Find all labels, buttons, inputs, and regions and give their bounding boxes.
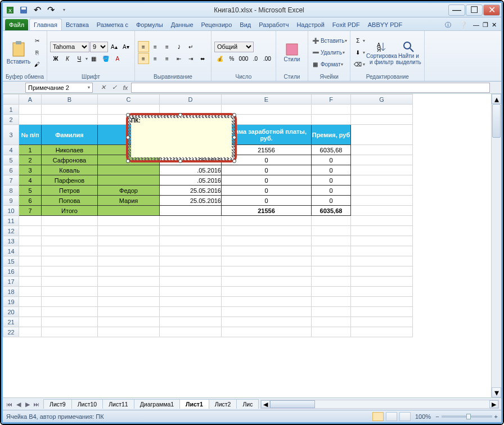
- table-header[interactable]: Фамилия: [42, 125, 98, 145]
- wrap-text-icon[interactable]: ↵: [185, 41, 196, 52]
- tab-data[interactable]: Данные: [167, 19, 197, 30]
- col-header[interactable]: C: [98, 94, 160, 105]
- autosum-icon[interactable]: Σ: [353, 37, 362, 46]
- qat-menu-icon[interactable]: ▾: [58, 4, 70, 16]
- format-painter-icon[interactable]: 🖌: [33, 60, 42, 69]
- normal-view-icon[interactable]: [372, 412, 384, 421]
- row-header[interactable]: 2: [3, 115, 19, 125]
- tab-developer[interactable]: Разработч: [255, 19, 292, 30]
- row-header[interactable]: 3: [3, 125, 19, 145]
- increase-decimal-icon[interactable]: .0: [250, 53, 261, 64]
- bold-icon[interactable]: Ж: [50, 53, 61, 64]
- font-name-select[interactable]: Tahoma: [50, 42, 89, 52]
- scroll-right-icon[interactable]: ▶: [489, 400, 498, 408]
- percent-icon[interactable]: %: [226, 53, 237, 64]
- number-format-select[interactable]: Общий: [214, 42, 254, 52]
- excel-icon[interactable]: X: [4, 4, 16, 16]
- border-icon[interactable]: ▦: [88, 53, 100, 64]
- fill-color-icon[interactable]: 🪣: [100, 53, 111, 64]
- save-icon[interactable]: [17, 4, 30, 16]
- cut-icon[interactable]: ✂: [33, 37, 42, 46]
- tab-insert[interactable]: Вставка: [62, 19, 93, 30]
- formula-input[interactable]: [131, 83, 490, 93]
- enter-fx-icon[interactable]: ✓: [109, 83, 120, 93]
- table-header[interactable]: Сумма заработной платы, руб.: [222, 125, 312, 145]
- tab-home[interactable]: Главная: [29, 19, 62, 30]
- tab-nav-last-icon[interactable]: ⏭: [32, 400, 41, 409]
- col-header[interactable]: E: [222, 94, 312, 105]
- comment-box[interactable]: ПК:: [131, 117, 232, 124]
- merge-icon[interactable]: ⬌: [197, 53, 208, 64]
- sheet-tab[interactable]: Диаграмма1: [134, 399, 180, 409]
- sheet-tab[interactable]: Лист9: [43, 399, 72, 409]
- decrease-font-icon[interactable]: A▾: [120, 41, 132, 52]
- align-left-icon[interactable]: ≡: [138, 53, 149, 64]
- zoom-in-icon[interactable]: +: [494, 413, 498, 420]
- table-header[interactable]: Дата: [160, 125, 222, 145]
- name-box[interactable]: Примечание 2▾: [25, 83, 93, 93]
- hscroll-thumb[interactable]: [270, 400, 315, 408]
- maximize-button[interactable]: ☐: [466, 4, 483, 16]
- ribbon-minimize-icon[interactable]: ⓘ: [442, 19, 454, 30]
- col-header[interactable]: B: [42, 94, 98, 105]
- sheet-tab[interactable]: Лис: [236, 399, 259, 409]
- row-header[interactable]: 1: [3, 105, 19, 115]
- format-cells-icon[interactable]: ▦: [311, 60, 320, 69]
- comma-icon[interactable]: 000: [238, 53, 249, 64]
- align-top-icon[interactable]: ≡: [138, 41, 149, 52]
- undo-icon[interactable]: ↶: [31, 4, 43, 16]
- zoom-value[interactable]: 100%: [415, 413, 431, 420]
- col-header[interactable]: A: [19, 94, 42, 105]
- table-header[interactable]: [98, 125, 160, 145]
- find-select-button[interactable]: Найти и выделить: [395, 36, 421, 70]
- redo-icon[interactable]: ↷: [44, 4, 57, 16]
- scroll-down-icon[interactable]: ▾: [492, 387, 501, 397]
- sheet-tab[interactable]: Лист11: [102, 399, 134, 409]
- fill-icon[interactable]: ⬇: [353, 48, 362, 57]
- currency-icon[interactable]: 💰: [214, 53, 226, 64]
- tab-nav-prev-icon[interactable]: ◀: [14, 400, 23, 409]
- select-all-corner[interactable]: [3, 94, 19, 105]
- col-header[interactable]: G: [351, 94, 413, 105]
- table-header[interactable]: Премия, руб: [312, 125, 351, 145]
- scroll-thumb[interactable]: [492, 104, 501, 138]
- zoom-out-icon[interactable]: −: [435, 413, 439, 420]
- delete-cells-icon[interactable]: ➖: [311, 48, 320, 57]
- close-button[interactable]: ✕: [483, 4, 500, 16]
- orientation-icon[interactable]: ⤸: [173, 41, 184, 52]
- styles-button[interactable]: Стили: [279, 36, 305, 70]
- increase-indent-icon[interactable]: ⇥: [185, 53, 196, 64]
- doc-restore-button[interactable]: ❐: [483, 21, 488, 29]
- doc-close-button[interactable]: ✕: [492, 21, 497, 29]
- insert-cells-icon[interactable]: ➕: [311, 37, 320, 46]
- tab-nav-first-icon[interactable]: ⏮: [5, 400, 14, 409]
- italic-icon[interactable]: К: [62, 53, 73, 64]
- decrease-indent-icon[interactable]: ⇤: [173, 53, 184, 64]
- tab-addins[interactable]: Надстрой: [292, 19, 328, 30]
- tab-file[interactable]: Файл: [5, 19, 28, 30]
- tab-review[interactable]: Рецензиро: [197, 19, 236, 30]
- align-center-icon[interactable]: ≡: [150, 53, 161, 64]
- tab-foxit[interactable]: Foxit PDF: [328, 19, 364, 30]
- page-layout-view-icon[interactable]: [386, 412, 397, 421]
- tab-formulas[interactable]: Формулы: [132, 19, 167, 30]
- clear-icon[interactable]: ⌫: [353, 60, 362, 69]
- sort-filter-button[interactable]: AЯ Сортировка и фильтр: [368, 36, 394, 70]
- page-break-view-icon[interactable]: [399, 412, 411, 421]
- minimize-button[interactable]: —: [448, 4, 465, 16]
- scroll-left-icon[interactable]: ◀: [261, 400, 270, 408]
- col-header[interactable]: F: [312, 94, 351, 105]
- zoom-slider[interactable]: [442, 415, 492, 418]
- table-header[interactable]: № п/п: [19, 125, 42, 145]
- align-right-icon[interactable]: ≡: [161, 53, 173, 64]
- paste-button[interactable]: Вставить: [6, 36, 32, 70]
- copy-icon[interactable]: ⎘: [33, 48, 42, 57]
- tab-abbyy[interactable]: ABBYY PDF: [364, 19, 407, 30]
- sheet-tab-active[interactable]: Лист1: [179, 399, 209, 409]
- decrease-decimal-icon[interactable]: .00: [262, 53, 273, 64]
- scroll-up-icon[interactable]: ▴: [492, 94, 501, 104]
- cancel-fx-icon[interactable]: ✕: [97, 83, 109, 93]
- increase-font-icon[interactable]: A▴: [109, 41, 120, 52]
- align-bottom-icon[interactable]: ≡: [161, 41, 173, 52]
- col-header[interactable]: D: [160, 94, 222, 105]
